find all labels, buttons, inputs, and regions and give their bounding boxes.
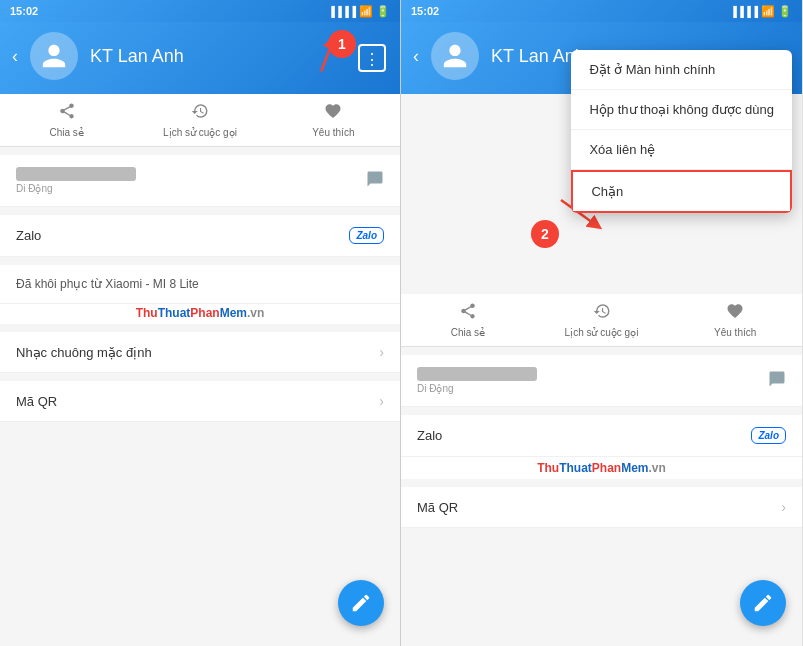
dropdown-item-2[interactable]: Xóa liên hệ (571, 130, 792, 170)
detail-section-restored-left: Đã khôi phục từ Xiaomi - MI 8 Lite ThuTh… (0, 265, 400, 324)
signal-icon: ▐▐▐▐ (328, 6, 356, 17)
watermark-thu-right: Thu (537, 461, 559, 475)
wifi-icon: 📶 (359, 5, 373, 18)
phone-content-right: Di Động (417, 367, 768, 394)
menu-dots-left[interactable]: ⋮ (356, 42, 388, 74)
zalo-label-left: Zalo (16, 228, 41, 243)
tab-history-right[interactable]: Lịch sử cuộc gọi (535, 294, 669, 346)
share-icon (58, 102, 76, 124)
qr-arrow-left: › (379, 393, 384, 409)
tab-share-label-left: Chia sẻ (49, 127, 83, 138)
detail-section-phone-right: Di Động (401, 355, 802, 407)
phone-row-left: Di Động (0, 155, 400, 207)
detail-section-qr-right: Mã QR › (401, 487, 802, 528)
status-icons-right: ▐▐▐▐ 📶 🔋 (730, 5, 792, 18)
watermark-thu-left: Thu (136, 306, 158, 320)
fab-right[interactable] (740, 580, 786, 626)
status-bar-left: 15:02 ▐▐▐▐ 📶 🔋 (0, 0, 400, 22)
watermark-left: ThuThuatPhanMem.vn (0, 304, 400, 324)
back-button-right[interactable]: ‹ (413, 46, 419, 67)
qr-label-left: Mã QR (16, 394, 57, 409)
restored-row-left: Đã khôi phục từ Xiaomi - MI 8 Lite (0, 265, 400, 304)
watermark-right: ThuThuatPhanMem.vn (401, 457, 802, 479)
qr-arrow-right: › (781, 499, 786, 515)
tab-history-label-left: Lịch sử cuộc gọi (163, 127, 237, 138)
tab-share-label-right: Chia sẻ (451, 327, 485, 338)
zalo-logo-left: Zalo (349, 227, 384, 244)
dropdown-menu: Đặt ở Màn hình chính Hộp thư thoại không… (571, 50, 792, 213)
ringtone-label-left: Nhạc chuông mặc định (16, 345, 152, 360)
tab-share-left[interactable]: Chia sẻ (0, 94, 133, 146)
dropdown-item-chan[interactable]: Chặn (571, 170, 792, 213)
detail-section-phone-left: Di Động (0, 155, 400, 207)
signal-icon-right: ▐▐▐▐ (730, 6, 758, 17)
phone-value-left (16, 167, 136, 181)
message-icon-left[interactable] (366, 170, 384, 192)
fab-left[interactable] (338, 580, 384, 626)
svg-line-0 (311, 42, 343, 72)
status-time-left: 15:02 (10, 5, 38, 17)
phone-content-left: Di Động (16, 167, 366, 194)
tab-favorites-label-right: Yêu thích (714, 327, 756, 338)
watermark-phan-left: Phan (190, 306, 219, 320)
watermark-phan-right: Phan (592, 461, 621, 475)
zalo-logo-right: Zalo (751, 427, 786, 444)
qr-row-left[interactable]: Mã QR › (0, 381, 400, 422)
restored-label-left: Đã khôi phục từ Xiaomi - MI 8 Lite (16, 277, 199, 291)
back-button-left[interactable]: ‹ (12, 46, 18, 67)
avatar-right (431, 32, 479, 80)
left-panel: 15:02 ▐▐▐▐ 📶 🔋 ‹ KT Lan Anh 1 ⋮ (0, 0, 401, 646)
header-left: ‹ KT Lan Anh 1 ⋮ (0, 22, 400, 94)
phone-value-right (417, 367, 537, 381)
avatar-left (30, 32, 78, 80)
watermark-thuat-right: Thuat (559, 461, 592, 475)
detail-section-ringtone-left: Nhạc chuông mặc định › (0, 332, 400, 373)
watermark-thuat-left: Thuat (158, 306, 191, 320)
zalo-row-right: Zalo Zalo (401, 415, 802, 457)
tab-share-right[interactable]: Chia sẻ (401, 294, 535, 346)
tab-favorites-label-left: Yêu thích (312, 127, 354, 138)
phone-label-left: Di Động (16, 183, 366, 194)
tabs-left: Chia sẻ Lịch sử cuộc gọi Yêu thích (0, 94, 400, 147)
qr-row-right[interactable]: Mã QR › (401, 487, 802, 528)
detail-section-zalo-right: Zalo Zalo (401, 415, 802, 457)
tab-favorites-right[interactable]: Yêu thích (668, 294, 802, 346)
history-icon (191, 102, 209, 124)
battery-icon: 🔋 (376, 5, 390, 18)
contact-name-left: KT Lan Anh (90, 46, 184, 67)
tab-history-label-right: Lịch sử cuộc gọi (565, 327, 639, 338)
menu-dots-box-left[interactable]: ⋮ (358, 44, 386, 72)
detail-section-qr-left: Mã QR › (0, 381, 400, 422)
dropdown-item-0[interactable]: Đặt ở Màn hình chính (571, 50, 792, 90)
message-icon-right[interactable] (768, 370, 786, 392)
phone-row-right: Di Động (401, 355, 802, 407)
qr-label-right: Mã QR (417, 500, 458, 515)
share-icon-right (459, 302, 477, 324)
status-time-right: 15:02 (411, 5, 439, 17)
status-bar-right: 15:02 ▐▐▐▐ 📶 🔋 (401, 0, 802, 22)
wifi-icon-right: 📶 (761, 5, 775, 18)
favorites-icon (324, 102, 342, 124)
tab-history-left[interactable]: Lịch sử cuộc gọi (133, 94, 266, 146)
favorites-icon-right (726, 302, 744, 324)
dropdown-item-1[interactable]: Hộp thư thoại không được dùng (571, 90, 792, 130)
right-panel: 15:02 ▐▐▐▐ 📶 🔋 ‹ KT Lan Anh ⋮ Đặt ở Màn … (401, 0, 802, 646)
tabs-right: Chia sẻ Lịch sử cuộc gọi Yêu thích (401, 294, 802, 347)
step2-badge: 2 (531, 220, 559, 248)
zalo-row-left: Zalo Zalo (0, 215, 400, 257)
watermark-mem-left: Mem (220, 306, 247, 320)
battery-icon-right: 🔋 (778, 5, 792, 18)
watermark-mem-right: Mem (621, 461, 648, 475)
watermark-vn-left: .vn (247, 306, 264, 320)
contact-section-right: Chia sẻ Lịch sử cuộc gọi Yêu thích Di (401, 294, 802, 528)
phone-label-right: Di Động (417, 383, 768, 394)
ringtone-arrow-left: › (379, 344, 384, 360)
ringtone-row-left[interactable]: Nhạc chuông mặc định › (0, 332, 400, 373)
watermark-vn-right: .vn (649, 461, 666, 475)
detail-section-zalo-left: Zalo Zalo (0, 215, 400, 257)
status-icons-left: ▐▐▐▐ 📶 🔋 (328, 5, 390, 18)
zalo-label-right: Zalo (417, 428, 442, 443)
history-icon-right (593, 302, 611, 324)
tab-favorites-left[interactable]: Yêu thích (267, 94, 400, 146)
